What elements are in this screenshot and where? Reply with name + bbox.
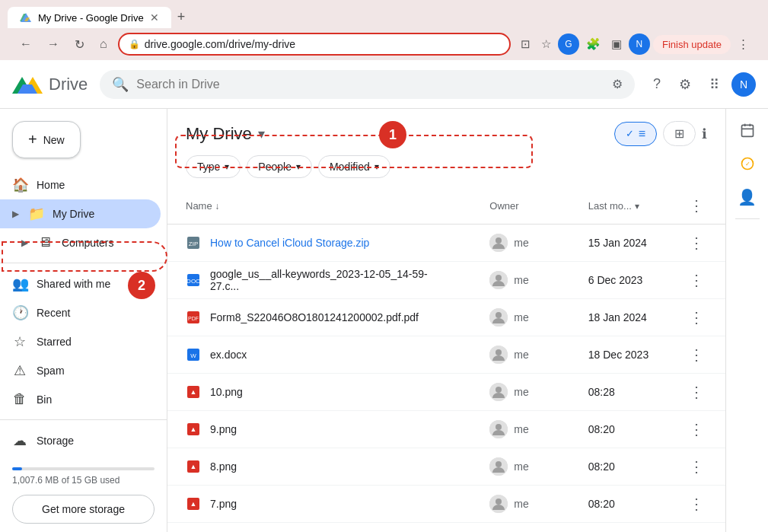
user-avatar[interactable]: N	[731, 72, 756, 97]
file-more-button[interactable]: ⋮	[686, 417, 707, 441]
file-name[interactable]: 9.png	[210, 423, 237, 435]
file-more-button[interactable]: ⋮	[686, 305, 707, 330]
file-name-cell: ▲ 7.png	[186, 496, 453, 511]
filter-bar: Type ▾ People ▾ Modified ▾	[167, 152, 725, 187]
sidebar-toggle[interactable]: ▣	[607, 33, 626, 55]
drive-logo-text: Drive	[49, 75, 88, 94]
bookmark-button[interactable]: ☆	[537, 33, 555, 55]
filter-type-button[interactable]: Type ▾	[186, 155, 241, 178]
file-name-cell: DOC google_us__all-keywords_2023-12-05_1…	[186, 268, 453, 292]
url-input[interactable]	[145, 38, 500, 50]
file-more-button[interactable]: ⋮	[686, 342, 707, 367]
type-chevron-icon: ▾	[225, 161, 229, 172]
file-name-cell: ▲ 10.png	[186, 384, 453, 400]
storage-icon: ☁	[12, 432, 27, 449]
info-button[interactable]: ℹ	[702, 126, 707, 142]
new-button[interactable]: + New	[12, 121, 81, 158]
file-type-icon: ▲	[186, 496, 201, 511]
file-modified-date: 08:28	[570, 374, 668, 411]
spam-icon: ⚠	[12, 362, 27, 379]
sidebar-item-recent-label: Recent	[37, 307, 70, 319]
column-modified[interactable]: Last mo... ▾	[570, 187, 668, 225]
owner-cell: me	[489, 346, 551, 364]
modified-sort-icon: ▾	[635, 201, 639, 212]
address-bar[interactable]: 🔒	[118, 33, 511, 56]
file-more-button[interactable]: ⋮	[686, 454, 707, 479]
new-tab-button[interactable]: +	[171, 6, 192, 28]
filter-modified-button[interactable]: Modified ▾	[318, 155, 390, 178]
file-more-button[interactable]: ⋮	[686, 492, 707, 516]
expand-icon: ▶	[12, 209, 19, 219]
sidebar-item-computers[interactable]: ▶ 🖥 Computers	[0, 228, 161, 256]
main-header: My Drive ▾ ✓ ≡ ⊞ ℹ	[167, 109, 725, 152]
drive-header: Drive 🔍 ⚙ ? ⚙ ⠿ N	[0, 60, 768, 109]
storage-bar-background	[12, 467, 155, 470]
back-button[interactable]: ←	[15, 34, 37, 54]
grid-view-button[interactable]: ⊞	[663, 121, 696, 146]
file-name-cell: W ex.docx	[186, 347, 453, 362]
svg-text:▲: ▲	[190, 425, 197, 433]
new-label: New	[43, 134, 65, 146]
file-more-button[interactable]: ⋮	[686, 268, 707, 292]
google-icon[interactable]: G	[558, 33, 579, 55]
forward-button[interactable]: →	[43, 34, 64, 54]
search-input[interactable]	[136, 78, 604, 91]
get-more-storage-button[interactable]: Get more storage	[12, 495, 155, 524]
sidebar-item-storage[interactable]: ☁ Storage	[0, 426, 161, 455]
sidebar-item-home[interactable]: 🏠 Home	[0, 170, 161, 199]
settings-icon[interactable]: ⚙	[673, 70, 697, 99]
drive-title: My Drive ▾	[186, 124, 265, 144]
expand-icon2: ▶	[21, 237, 28, 248]
file-more-button[interactable]: ⋮	[686, 380, 707, 404]
owner-cell: me	[489, 308, 551, 327]
file-name[interactable]: Form8_S22046O8O1801241200002.pdf.pdf	[210, 311, 419, 323]
owner-avatar	[489, 383, 508, 401]
table-row: ▲ 7.png me 08:20 ⋮	[167, 486, 725, 523]
sidebar-item-spam[interactable]: ⚠ Spam	[0, 356, 161, 385]
sidebar-item-my-drive[interactable]: ▶ 📁 My Drive	[0, 199, 161, 228]
sidebar-item-shared[interactable]: 👥 Shared with me	[0, 269, 161, 298]
column-name[interactable]: Name ↓	[167, 187, 471, 225]
sidebar-item-recent[interactable]: 🕐 Recent	[0, 298, 161, 327]
browser-avatar[interactable]: N	[629, 33, 650, 55]
reload-button[interactable]: ↻	[70, 34, 89, 55]
apps-icon[interactable]: ⠿	[703, 70, 725, 99]
file-name-cell: PDF Form8_S22046O8O1801241200002.pdf.pdf	[186, 310, 453, 325]
sidebar-item-starred[interactable]: ☆ Starred	[0, 327, 161, 356]
finish-update-button[interactable]: Finish update	[653, 35, 731, 54]
file-name[interactable]: google_us__all-keywords_2023-12-05_14-59…	[210, 268, 453, 292]
starred-icon: ☆	[12, 333, 27, 350]
active-tab[interactable]: My Drive - Google Drive ✕	[8, 7, 171, 28]
list-view-button[interactable]: ✓ ≡	[614, 122, 657, 146]
filter-type-label: Type	[197, 161, 220, 173]
file-name[interactable]: ex.docx	[210, 349, 247, 361]
file-modified-date: 08:20	[570, 486, 668, 523]
menu-button[interactable]: ⋮	[734, 33, 753, 55]
contacts-button[interactable]: 👤	[732, 182, 763, 212]
table-row: W ex.docx me 18 Dec 2023 ⋮	[167, 336, 725, 374]
file-name[interactable]: 7.png	[210, 498, 237, 510]
sidebar-item-bin[interactable]: 🗑 Bin	[0, 385, 161, 413]
app-wrapper: 1 2 Drive 🔍 ⚙ ? ⚙ ⠿ N	[0, 60, 768, 532]
tab-close-button[interactable]: ✕	[150, 11, 159, 24]
calendar-button[interactable]	[732, 115, 763, 145]
filter-people-button[interactable]: People ▾	[247, 155, 312, 178]
file-modified-date: 08:20	[570, 448, 668, 486]
extensions-button[interactable]: 🧩	[582, 33, 604, 55]
file-more-button[interactable]: ⋮	[686, 529, 707, 532]
filter-people-label: People	[258, 161, 292, 173]
file-name[interactable]: 8.png	[210, 460, 237, 473]
file-name[interactable]: 10.png	[210, 386, 243, 398]
owner-name: me	[514, 349, 528, 361]
search-bar[interactable]: 🔍 ⚙	[100, 70, 635, 99]
owner-name: me	[514, 274, 528, 286]
help-icon[interactable]: ?	[647, 70, 667, 98]
column-more-button[interactable]: ⋮	[686, 193, 707, 218]
cast-button[interactable]: ⊡	[517, 33, 534, 55]
file-name[interactable]: How to Cancel iCloud Storage.zip	[210, 237, 369, 249]
home-button[interactable]: ⌂	[95, 34, 112, 54]
sliders-icon[interactable]: ⚙	[612, 77, 623, 91]
tasks-button[interactable]: ✓	[732, 148, 763, 179]
title-dropdown-icon[interactable]: ▾	[258, 126, 265, 142]
file-more-button[interactable]: ⋮	[686, 231, 707, 255]
